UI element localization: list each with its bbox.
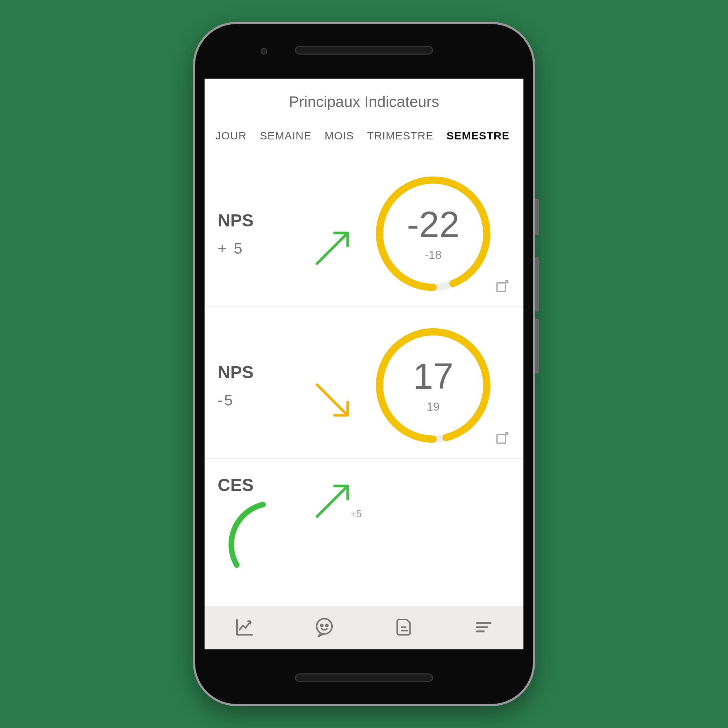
svg-point-11: [321, 624, 323, 626]
indicator-delta: + 5: [218, 240, 309, 257]
tab-jour[interactable]: JOUR: [216, 130, 247, 142]
nav-document-icon[interactable]: [387, 613, 422, 642]
phone-side-button: [535, 257, 539, 312]
card-info: NPS + 5: [218, 210, 309, 257]
indicator-value: -22: [407, 206, 460, 242]
indicator-ring: -22 -18: [356, 172, 510, 295]
expand-button[interactable]: [494, 278, 510, 295]
indicator-card-partial: CES +5: [205, 459, 523, 524]
phone-frame: Principaux Indicateurs JOUR SEMAINE MOIS…: [193, 22, 535, 706]
phone-speaker-bottom: [295, 673, 433, 682]
indicator-card: NPS -5 17: [205, 307, 523, 459]
indicator-subtext: +5: [350, 508, 362, 520]
tab-semaine[interactable]: SEMAINE: [260, 130, 312, 142]
indicator-list[interactable]: NPS + 5 -22: [205, 155, 523, 606]
indicator-subvalue: 19: [427, 400, 440, 413]
trend-arrow-down-icon: [309, 378, 356, 422]
nav-chart-icon[interactable]: [227, 613, 262, 642]
svg-rect-7: [497, 434, 506, 444]
tab-semestre[interactable]: SEMESTRE: [447, 130, 509, 142]
phone-side-button: [535, 199, 539, 235]
svg-line-0: [317, 234, 346, 263]
phone-camera: [261, 48, 267, 55]
indicator-label: NPS: [218, 210, 309, 230]
nav-chat-icon[interactable]: [307, 613, 342, 642]
card-info: NPS -5: [218, 362, 309, 409]
indicator-subvalue: -18: [425, 248, 442, 262]
indicator-value: 17: [413, 358, 453, 394]
indicator-ring: 17 19: [356, 324, 510, 447]
tab-mois[interactable]: MOIS: [325, 130, 354, 142]
phone-speaker-top: [295, 46, 433, 55]
indicator-ring-partial: [225, 497, 320, 593]
bottom-nav: [205, 606, 523, 649]
app-screen: Principaux Indicateurs JOUR SEMAINE MOIS…: [205, 79, 523, 649]
phone-side-button: [535, 319, 539, 373]
indicator-label: NPS: [218, 362, 309, 382]
indicator-delta: -5: [218, 392, 309, 409]
svg-rect-3: [497, 283, 506, 292]
svg-line-4: [317, 385, 346, 414]
expand-button[interactable]: [494, 430, 510, 447]
page-title: Principaux Indicateurs: [289, 93, 439, 111]
svg-line-8: [317, 487, 346, 517]
indicator-card: NPS + 5 -22: [205, 155, 523, 307]
trend-arrow-up-icon: [309, 226, 356, 270]
period-tabs: JOUR SEMAINE MOIS TRIMESTRE SEMESTRE: [205, 115, 523, 155]
svg-point-10: [317, 618, 332, 634]
page-header: Principaux Indicateurs: [205, 79, 523, 115]
svg-point-12: [326, 624, 328, 626]
indicator-label: CES: [218, 475, 309, 495]
nav-menu-icon[interactable]: [466, 613, 501, 642]
svg-point-9: [225, 497, 320, 592]
tab-trimestre[interactable]: TRIMESTRE: [367, 130, 433, 142]
